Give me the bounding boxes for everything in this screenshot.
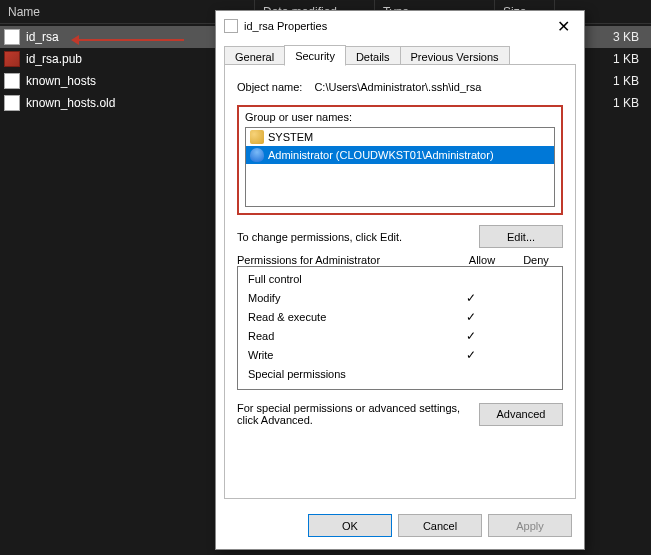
advanced-button[interactable]: Advanced xyxy=(479,403,563,426)
allow-check: ✓ xyxy=(444,291,498,305)
file-icon xyxy=(4,29,20,45)
group-icon xyxy=(250,130,264,144)
titlebar[interactable]: id_rsa Properties ✕ xyxy=(216,11,584,41)
apply-button[interactable]: Apply xyxy=(488,514,572,537)
tab-details[interactable]: Details xyxy=(345,46,401,66)
advanced-hint: For special permissions or advanced sett… xyxy=(237,402,469,426)
file-size: 1 KB xyxy=(595,74,645,88)
permission-name: Write xyxy=(248,349,444,361)
permission-row: Full control xyxy=(238,269,562,288)
permission-row: Read & execute✓ xyxy=(238,307,562,326)
highlight-box: Group or user names: SYSTEMAdministrator… xyxy=(237,105,563,215)
permission-name: Full control xyxy=(248,273,444,285)
file-size: 3 KB xyxy=(595,30,645,44)
tab-strip: General Security Details Previous Versio… xyxy=(216,41,584,65)
cancel-button[interactable]: Cancel xyxy=(398,514,482,537)
properties-dialog: id_rsa Properties ✕ General Security Det… xyxy=(215,10,585,550)
tab-previous-versions[interactable]: Previous Versions xyxy=(400,46,510,66)
object-name-label: Object name: xyxy=(237,81,302,93)
file-icon xyxy=(4,73,20,89)
allow-header: Allow xyxy=(455,254,509,266)
groups-label: Group or user names: xyxy=(245,111,555,123)
change-hint: To change permissions, click Edit. xyxy=(237,231,402,243)
user-name: SYSTEM xyxy=(268,131,313,143)
user-list[interactable]: SYSTEMAdministrator (CLOUDWKST01\Adminis… xyxy=(245,127,555,207)
permissions-list: Full controlModify✓Read & execute✓Read✓W… xyxy=(237,266,563,390)
user-name: Administrator (CLOUDWKST01\Administrator… xyxy=(268,149,494,161)
ok-button[interactable]: OK xyxy=(308,514,392,537)
file-icon xyxy=(4,95,20,111)
close-icon[interactable]: ✕ xyxy=(551,15,576,38)
dialog-title: id_rsa Properties xyxy=(244,20,327,32)
permission-name: Read & execute xyxy=(248,311,444,323)
user-row[interactable]: Administrator (CLOUDWKST01\Administrator… xyxy=(246,146,554,164)
file-icon xyxy=(4,51,20,67)
edit-button[interactable]: Edit... xyxy=(479,225,563,248)
object-name-value: C:\Users\Administrator\.ssh\id_rsa xyxy=(314,81,481,93)
user-row[interactable]: SYSTEM xyxy=(246,128,554,146)
permission-name: Special permissions xyxy=(248,368,444,380)
permission-row: Read✓ xyxy=(238,326,562,345)
allow-check: ✓ xyxy=(444,310,498,324)
file-size: 1 KB xyxy=(595,52,645,66)
allow-check: ✓ xyxy=(444,348,498,362)
tab-general[interactable]: General xyxy=(224,46,285,66)
annotation-arrow xyxy=(74,39,184,41)
file-icon xyxy=(224,19,238,33)
tab-security[interactable]: Security xyxy=(284,45,346,66)
security-panel: Object name: C:\Users\Administrator\.ssh… xyxy=(224,64,576,499)
file-size: 1 KB xyxy=(595,96,645,110)
permission-row: Modify✓ xyxy=(238,288,562,307)
permissions-header: Permissions for Administrator xyxy=(237,254,455,266)
permission-row: Special permissions xyxy=(238,364,562,383)
deny-header: Deny xyxy=(509,254,563,266)
dialog-buttons: OK Cancel Apply xyxy=(308,514,572,537)
person-icon xyxy=(250,148,264,162)
permission-name: Read xyxy=(248,330,444,342)
allow-check: ✓ xyxy=(444,329,498,343)
permission-row: Write✓ xyxy=(238,345,562,364)
permission-name: Modify xyxy=(248,292,444,304)
